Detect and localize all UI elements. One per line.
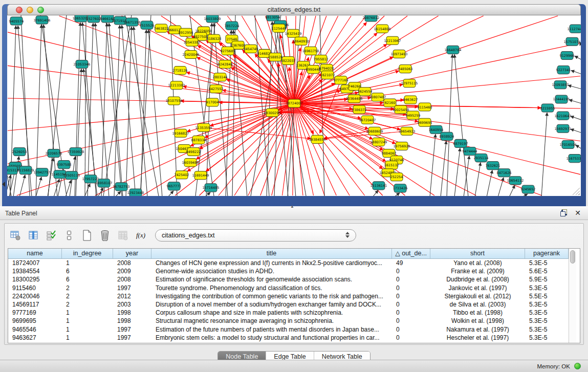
graph-node-label: 9498222 xyxy=(186,150,201,154)
deselect-rows-button[interactable] xyxy=(62,229,76,242)
graph-node-label: 19384554 xyxy=(309,138,326,142)
graph-node-label: 8186328 xyxy=(207,37,222,41)
function-builder-button[interactable]: f(x) xyxy=(134,229,147,242)
table-cell: 1 xyxy=(62,325,113,334)
table-row[interactable]: 1872400712008Changes of HCN gene express… xyxy=(8,259,569,267)
graph-node-label: 2718126 xyxy=(173,69,188,73)
graph-node-label: 7955812 xyxy=(314,57,329,61)
graph-node-label: 10025458 xyxy=(393,108,409,112)
graph-node-label: 6794028 xyxy=(319,67,334,71)
graph-node-label: 20876812 xyxy=(363,16,380,20)
graph-node-label: 7515526 xyxy=(140,24,155,28)
table-row[interactable]: 1456911722003Disruption of a novel membe… xyxy=(8,300,569,309)
panel-collapse-arrow-icon[interactable] xyxy=(2,182,5,187)
table-row[interactable]: 1830029562008Estimation of significance … xyxy=(8,275,569,283)
graph-node-label: 8427552 xyxy=(209,87,224,91)
column-header-name[interactable]: name xyxy=(8,249,62,258)
table-cell: 19384554 xyxy=(8,267,62,275)
table-cell: 9699695 xyxy=(8,317,62,325)
column-header-pagerank[interactable]: pagerank xyxy=(525,249,569,258)
function-builder-icon: f(x) xyxy=(136,231,145,239)
graph-node-label: 9405574 xyxy=(9,19,24,24)
graph-node-label: 2803144 xyxy=(213,75,228,79)
graph-node-label: 9227341 xyxy=(556,68,571,72)
table-cell: 5.3E-5 xyxy=(525,325,569,334)
table-cell: 1 xyxy=(62,317,113,325)
import-table-button[interactable] xyxy=(116,229,129,242)
table-cell: Hescheler et al. (1997) xyxy=(430,334,525,342)
table-row[interactable]: 977716911998Corpus callosum shape and si… xyxy=(8,309,569,317)
select-all-rows-button[interactable] xyxy=(45,229,58,242)
column-header-title[interactable]: title xyxy=(151,249,392,258)
table-scrollbar-thumb[interactable] xyxy=(570,250,575,264)
column-header-in-degree[interactable]: in_degree xyxy=(62,249,113,258)
window-titlebar[interactable]: citations_edges.txt xyxy=(7,4,581,15)
network-window: citations_edges.txt 94055743769140610653… xyxy=(2,4,586,206)
graph-node-label: 20206576 xyxy=(46,151,62,156)
graph-node-label: 9884067 xyxy=(382,151,397,156)
graph-node-label: 20364486 xyxy=(346,97,363,101)
graph-node-label: 8990448 xyxy=(306,68,321,72)
graph-node-label: 13942757 xyxy=(34,170,51,174)
graph-node-label: 62160 xyxy=(385,101,396,105)
table-cell: 2 xyxy=(62,300,113,309)
table-row[interactable]: 2242004622012Investigating the contribut… xyxy=(8,292,569,300)
table-cell: 0 xyxy=(392,267,430,275)
table-cell: 1997 xyxy=(113,284,151,292)
table-panel-title: Table Panel xyxy=(5,210,37,217)
close-panel-icon[interactable]: ✕ xyxy=(575,208,581,217)
graph-node-label: 9115460 xyxy=(418,105,432,110)
graph-node-label: 16648784 xyxy=(445,48,462,52)
table-row[interactable]: 946554611997Estimation of the future num… xyxy=(8,325,569,334)
graph-node-label: 12975115 xyxy=(401,81,418,85)
attribute-table: namein_degreeyeartitle△ out_de...shortpa… xyxy=(8,248,580,343)
table-cell: Stergiakouli et al. (2012) xyxy=(430,292,525,300)
graph-node-label: 27546 xyxy=(227,37,237,41)
table-cell: 0 xyxy=(392,325,430,334)
table-cell: 6 xyxy=(62,275,113,283)
graph-node-label: 8822037 xyxy=(281,59,296,63)
graph-node-label: 7386372 xyxy=(352,108,367,112)
table-body: 1872400712008Changes of HCN gene express… xyxy=(8,259,569,342)
graph-node-label: 8912954 xyxy=(179,31,193,35)
graph-node-label: 252254 xyxy=(390,175,403,179)
graph-node-label: 19756928 xyxy=(394,144,410,148)
table-cell: 5.3E-5 xyxy=(525,259,569,267)
table-row[interactable]: 969969511998Structural magnetic resonanc… xyxy=(8,317,569,325)
select-all-rows-icon xyxy=(47,230,56,240)
graph-node-label: 12213967 xyxy=(384,39,401,43)
graph-node-label: 9275685 xyxy=(221,49,235,53)
graph-node-label: 9129966 xyxy=(560,54,575,58)
table-row[interactable]: 946362711997Embryonic stem cells: a mode… xyxy=(8,334,569,342)
table-row[interactable]: 911546021997Tourette syndrome. Phenomeno… xyxy=(8,284,569,292)
graph-node-label: 19166827 xyxy=(172,132,189,136)
table-cell: 0 xyxy=(392,317,430,325)
table-panel-header: ▲ Table Panel ✕ xyxy=(0,206,588,220)
graph-node-label: 12923448 xyxy=(127,191,144,195)
graph-node-label: 10807487 xyxy=(369,95,386,99)
table-cell: 5.3E-5 xyxy=(525,300,569,309)
table-cell: 0 xyxy=(392,284,430,292)
column-header-out-de[interactable]: △ out_de... xyxy=(392,249,430,258)
column-header-year[interactable]: year xyxy=(113,249,151,258)
table-row[interactable]: 1938455462009Genome-wide association stu… xyxy=(8,267,569,275)
table-settings-button[interactable] xyxy=(9,229,22,242)
delete-table-button[interactable] xyxy=(98,229,112,242)
column-header-short[interactable]: short xyxy=(430,249,525,258)
show-column-button[interactable] xyxy=(27,229,40,242)
table-cell: 2 xyxy=(62,292,113,300)
network-table-selector[interactable]: citations_edges.txt xyxy=(155,229,356,242)
graph-node-label: 1621072 xyxy=(320,73,335,77)
memory-status-label: Memory: OK xyxy=(537,363,570,369)
table-cell: 0 xyxy=(392,309,430,317)
graph-node-label: 8471626 xyxy=(497,171,512,175)
selector-spinner-icon xyxy=(345,232,350,238)
table-cell: Tourette syndrome. Phenomenology and cla… xyxy=(151,284,392,292)
network-canvas[interactable]: 9405574376914061065320715276029466160107… xyxy=(7,15,581,196)
graph-node-label: 15751074 xyxy=(564,40,581,44)
float-panel-icon[interactable] xyxy=(560,209,568,216)
split-pane-handle-icon[interactable]: ▲ xyxy=(290,204,294,209)
table-scrollbar[interactable] xyxy=(569,249,576,343)
graph-node-label: 1125449 xyxy=(272,27,287,31)
new-table-button[interactable] xyxy=(80,229,94,242)
